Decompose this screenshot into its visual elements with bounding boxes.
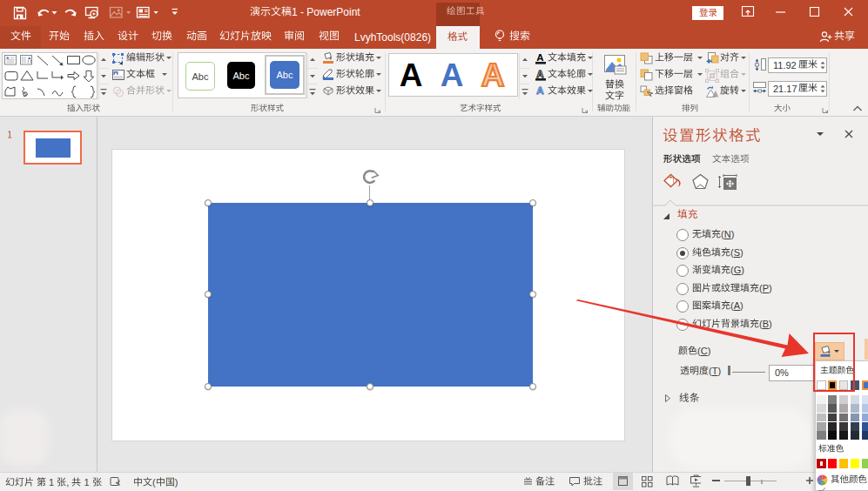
svg-text:A: A <box>536 85 543 96</box>
svg-text:A: A <box>536 52 543 63</box>
svg-text:A: A <box>536 69 543 79</box>
